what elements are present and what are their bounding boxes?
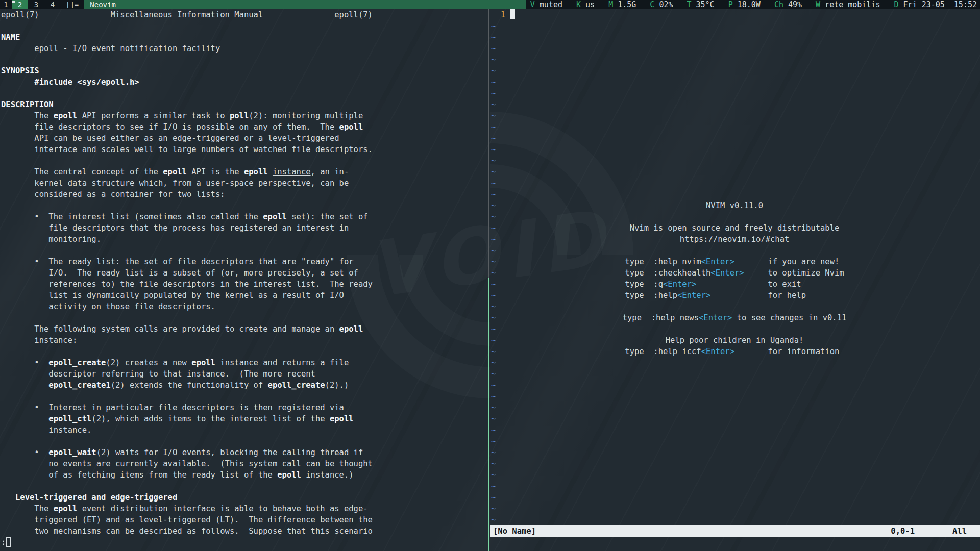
man-line: • Interest in particular file descriptor…: [1, 402, 488, 413]
man-line: [1, 200, 488, 211]
pager-prompt[interactable]: :: [1, 537, 488, 548]
tag-3[interactable]: 3: [28, 0, 44, 9]
man-line: of as fetching items from the ready list…: [1, 469, 488, 481]
empty-line-tilde: ~: [491, 447, 980, 458]
man-line: SYNOPSIS: [1, 65, 488, 77]
tag-1[interactable]: 1: [0, 0, 12, 9]
desktop: VOID 1234 []= Neovim V mutedK usM 1.5GC …: [0, 0, 980, 551]
tag-4[interactable]: 4: [44, 0, 61, 9]
neovim-statusline: [No Name] 0,0-1 All: [490, 525, 980, 537]
empty-line-tilde: ~: [491, 121, 980, 133]
neovim-buffer: 1 ~~~~~~~~~~~~~~~~~~~~~~~~~~~~~~~~~~~~~~…: [491, 9, 980, 525]
empty-line-tilde: ~: [491, 436, 980, 447]
empty-line-tilde: ~: [491, 32, 980, 43]
window-border[interactable]: [488, 9, 489, 551]
man-line: [1, 312, 488, 323]
empty-line-tilde: ~: [491, 245, 980, 256]
empty-line-tilde: ~: [491, 312, 980, 323]
man-line: activity on those file descriptors.: [1, 301, 488, 312]
empty-line-tilde: ~: [491, 77, 980, 88]
man-line: references to) the file descriptors in t…: [1, 279, 488, 290]
man-line: [1, 245, 488, 256]
man-line: [1, 155, 488, 166]
tag-list: 1234: [0, 0, 61, 9]
man-line: • epoll_create(2) creates a new epoll in…: [1, 357, 488, 368]
man-line: file descriptors that the process has re…: [1, 222, 488, 234]
man-line: NAME: [1, 32, 488, 43]
nvim-cursor: [510, 9, 515, 19]
pager-cursor: [6, 537, 11, 547]
man-line: The following system calls are provided …: [1, 323, 488, 335]
man-line: The epoll API performs a similar task to…: [1, 110, 488, 121]
man-line: descriptor referring to that instance. (…: [1, 368, 488, 380]
scroll-indicator: All: [952, 525, 980, 537]
window-title: Neovim: [84, 0, 526, 9]
empty-line-tilde: ~: [491, 368, 980, 380]
neovim-cmdline: [491, 537, 980, 548]
window-border-green: [488, 278, 489, 551]
man-line: The epoll event distribution interface i…: [1, 503, 488, 514]
window-border-gray: [488, 9, 489, 278]
empty-line-tilde: ~: [491, 469, 980, 481]
empty-line-tilde: ~: [491, 503, 980, 514]
tag-client-indicator: [29, 1, 31, 3]
man-line: monitoring.: [1, 234, 488, 245]
man-line: • The ready list: the set of file descri…: [1, 256, 488, 267]
empty-line-tilde: ~: [491, 346, 980, 357]
empty-line-tilde: ~: [491, 514, 980, 525]
buffer-name: [No Name]: [493, 525, 536, 537]
empty-line-tilde: ~: [491, 200, 980, 211]
empty-line-tilde: ~: [491, 65, 980, 77]
man-line: • epoll_wait(2) waits for I/O events, bl…: [1, 447, 488, 458]
empty-line-tilde: ~: [491, 323, 980, 335]
man-line: [1, 391, 488, 402]
empty-line-tilde: ~: [491, 492, 980, 503]
status-time: 15:52: [954, 0, 977, 9]
man-line: [1, 436, 488, 447]
man-line: API can be used either as an edge-trigge…: [1, 133, 488, 144]
man-line: • The interest list (sometimes also call…: [1, 211, 488, 222]
empty-line-tilde: ~: [491, 20, 980, 32]
workspace: epoll(7) Miscellaneous Information Manua…: [0, 9, 980, 551]
terminal-manpage-pane[interactable]: epoll(7) Miscellaneous Information Manua…: [0, 9, 488, 551]
layout-symbol[interactable]: []=: [61, 0, 84, 9]
man-line: interface and scales well to large numbe…: [1, 144, 488, 155]
man-line: I/O. The ready list is a subset of (or, …: [1, 267, 488, 279]
empty-line-tilde: ~: [491, 144, 980, 155]
empty-line-tilde: ~: [491, 88, 980, 99]
empty-line-tilde: ~: [491, 178, 980, 189]
tag-2[interactable]: 2: [12, 0, 28, 9]
status-C: C 02%: [650, 0, 673, 9]
man-line: epoll_ctl(2), which adds items to the in…: [1, 413, 488, 424]
man-line: The central concept of the epoll API is …: [1, 166, 488, 178]
man-line: epoll(7) Miscellaneous Information Manua…: [1, 9, 488, 20]
empty-line-tilde: ~: [491, 402, 980, 413]
man-line: [1, 54, 488, 65]
man-line: DESCRIPTION: [1, 99, 488, 110]
empty-line-tilde: ~: [491, 335, 980, 346]
nvim-line-1: 1: [491, 9, 980, 20]
man-line: [1, 20, 488, 32]
empty-line-tilde: ~: [491, 99, 980, 110]
neovim-pane[interactable]: 1 ~~~~~~~~~~~~~~~~~~~~~~~~~~~~~~~~~~~~~~…: [490, 9, 980, 551]
man-line: instance.: [1, 424, 488, 436]
empty-line-tilde: ~: [491, 43, 980, 54]
status-M: M 1.5G: [608, 0, 636, 9]
empty-line-tilde: ~: [491, 189, 980, 200]
status-P: P 18.0W: [728, 0, 761, 9]
man-line: list is dynamically populated by the ker…: [1, 290, 488, 301]
empty-line-tilde: ~: [491, 357, 980, 368]
empty-line-tilde: ~: [491, 380, 980, 391]
empty-line-tilde: ~: [491, 166, 980, 178]
status-D: D Fri 23-05: [894, 0, 945, 9]
man-line: [1, 88, 488, 99]
status-T: T 35°C: [687, 0, 714, 9]
man-line: [1, 346, 488, 357]
man-line: file descriptors to see if I/O is possib…: [1, 121, 488, 133]
empty-line-tilde: ~: [491, 222, 980, 234]
empty-line-tilde: ~: [491, 267, 980, 279]
status-W: W rete mobilis: [816, 0, 880, 9]
empty-line-tilde: ~: [491, 481, 980, 492]
man-line: considered as a container for two lists:: [1, 189, 488, 200]
man-line: no events are currently available. (This…: [1, 458, 488, 469]
